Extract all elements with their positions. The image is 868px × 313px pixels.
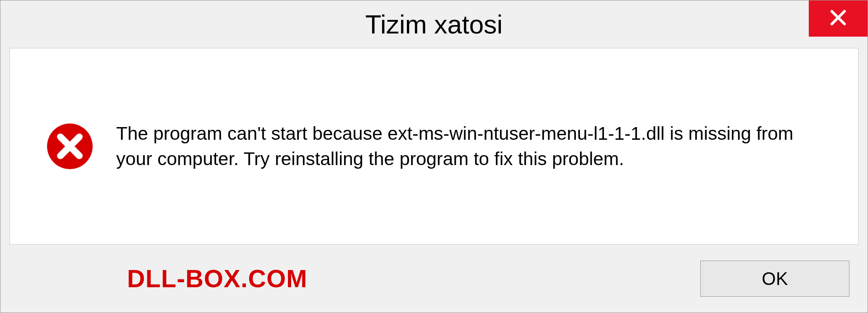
dialog-title: Tizim xatosi: [365, 9, 503, 39]
close-icon: [829, 9, 847, 28]
watermark-text: DLL-BOX.COM: [127, 264, 307, 293]
close-button[interactable]: [809, 0, 868, 37]
ok-button[interactable]: OK: [700, 261, 849, 297]
titlebar: Tizim xatosi: [0, 0, 868, 48]
footer: DLL-BOX.COM OK: [0, 254, 868, 313]
content-area: The program can't start because ext-ms-w…: [9, 48, 859, 245]
error-dialog: Tizim xatosi The program can't start bec…: [0, 0, 868, 313]
error-message: The program can't start because ext-ms-w…: [116, 121, 822, 171]
error-icon: [46, 123, 94, 170]
